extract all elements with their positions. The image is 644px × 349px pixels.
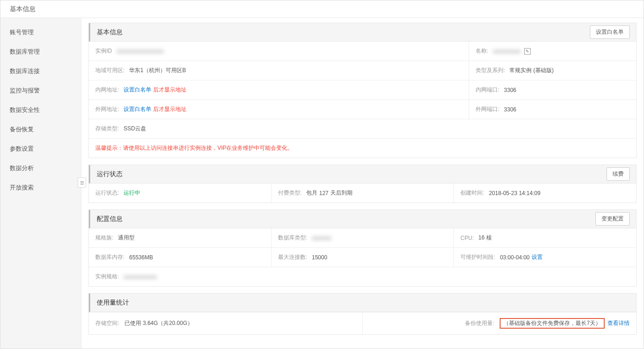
status-label: 运行状态: xyxy=(95,189,119,197)
created-value: 2018-05-23 14:14:09 xyxy=(489,190,540,196)
page-header: 基本信息 xyxy=(0,0,644,18)
region-value: 华东1（杭州）可用区B xyxy=(129,67,186,74)
billing-days: 127 xyxy=(319,190,328,196)
status-value: 运行中 xyxy=(124,189,140,197)
panel-config: 配置信息 变更配置 规格族: 通用型 数据库类型: xxxxxxx CPU: 1… xyxy=(88,209,637,287)
db-type-label: 数据库类型: xyxy=(278,234,307,242)
sidebar-collapse-icon[interactable]: ☰ xyxy=(78,178,86,188)
extranet-port-label: 外网端口: xyxy=(476,105,499,113)
maint-link[interactable]: 设置 xyxy=(532,253,543,261)
intranet-addr-label: 内网地址: xyxy=(95,86,119,94)
sidebar: 账号管理 数据库管理 数据库连接 监控与报警 数据安全性 备份恢复 参数设置 数… xyxy=(0,18,81,349)
intranet-addr-after: 后才显示地址 xyxy=(153,86,186,94)
panel-basic-info: 基本信息 设置白名单 实例ID xxxxxxxxxxxxxxxxx 名称: xx… xyxy=(88,23,637,158)
change-config-button[interactable]: 变更配置 xyxy=(595,212,630,226)
extranet-addr-after: 后才显示地址 xyxy=(153,105,186,113)
maxconn-value: 15000 xyxy=(312,254,327,261)
edit-name-icon[interactable]: ✎ xyxy=(524,48,531,55)
panel-usage: 使用量统计 存储空间: 已使用 3.64G（共20.00G） 备份使用量: （基… xyxy=(88,293,637,335)
usage-storage-label: 存储空间: xyxy=(95,319,119,327)
billing-label: 付费类型: xyxy=(278,189,302,197)
billing-after: 天后到期 xyxy=(330,189,353,197)
family-value: 通用型 xyxy=(118,234,135,242)
sidebar-item-params[interactable]: 参数设置 xyxy=(0,139,81,159)
sidebar-item-account[interactable]: 账号管理 xyxy=(0,23,81,42)
sidebar-item-connection[interactable]: 数据库连接 xyxy=(0,61,81,81)
type-value: 常规实例 (基础版) xyxy=(509,67,553,74)
page-title: 基本信息 xyxy=(10,5,36,13)
cpu-value: 16 核 xyxy=(478,234,492,242)
sidebar-item-database[interactable]: 数据库管理 xyxy=(0,42,81,61)
usage-backup-link[interactable]: 查看详情 xyxy=(607,319,630,327)
sidebar-item-analysis[interactable]: 数据分析 xyxy=(0,159,81,178)
status-title: 运行状态 xyxy=(97,170,123,178)
sidebar-item-opensearch[interactable]: 开放搜索 xyxy=(0,178,81,197)
instance-id-value: xxxxxxxxxxxxxxxxx xyxy=(117,48,164,55)
intranet-port-value: 3306 xyxy=(504,87,516,93)
maxconn-label: 最大连接数: xyxy=(278,253,307,261)
whitelist-button[interactable]: 设置白名单 xyxy=(590,25,630,39)
storage-type-label: 存储类型: xyxy=(95,125,119,133)
created-label: 创建时间: xyxy=(460,189,484,197)
basic-info-title: 基本信息 xyxy=(97,28,123,37)
panel-status: 运行状态 续费 运行状态: 运行中 付费类型: 包月 127 天后到期 xyxy=(88,165,637,203)
extranet-whitelist-link[interactable]: 设置白名单 xyxy=(124,105,151,113)
name-value: xxxxxxxxxx xyxy=(493,48,520,55)
sidebar-item-monitor[interactable]: 监控与报警 xyxy=(0,81,81,100)
spec-label: 实例规格: xyxy=(95,273,119,281)
billing-type: 包月 xyxy=(306,189,317,197)
type-label: 类型及系列: xyxy=(476,67,505,74)
db-type-value: xxxxxxx xyxy=(312,235,331,241)
intranet-whitelist-link[interactable]: 设置白名单 xyxy=(124,86,151,94)
main-content: 基本信息 设置白名单 实例ID xxxxxxxxxxxxxxxxx 名称: xx… xyxy=(81,18,644,349)
storage-type-value: SSD云盘 xyxy=(124,125,146,133)
maint-label: 可维护时间段: xyxy=(460,253,495,261)
instance-id-label: 实例ID xyxy=(95,47,112,55)
usage-backup-note: （基础版备份文件免费保存，最长7天） xyxy=(500,318,605,329)
usage-storage-value: 已使用 3.64G（共20.00G） xyxy=(124,319,192,327)
sidebar-item-backup[interactable]: 备份恢复 xyxy=(0,120,81,139)
config-title: 配置信息 xyxy=(97,215,123,223)
sidebar-item-security[interactable]: 数据安全性 xyxy=(0,100,81,120)
vip-tip: 温馨提示：请使用以上访问连接串进行实例连接，VIP在业务维护中可能会变化。 xyxy=(89,139,636,158)
maint-value: 03:00-04:00 xyxy=(500,254,530,261)
usage-title: 使用量统计 xyxy=(97,299,129,307)
renew-button[interactable]: 续费 xyxy=(607,167,630,181)
region-label: 地域可用区: xyxy=(95,67,124,74)
family-label: 规格族: xyxy=(95,234,113,242)
mem-label: 数据库内存: xyxy=(95,253,124,261)
extranet-port-value: 3306 xyxy=(504,106,516,113)
mem-value: 65536MB xyxy=(129,254,153,261)
spec-value: xxxxxxxxxxxx xyxy=(124,274,157,280)
name-label: 名称: xyxy=(476,47,488,55)
usage-backup-label: 备份使用量: xyxy=(465,319,494,327)
cpu-label: CPU: xyxy=(460,235,474,241)
extranet-addr-label: 外网地址: xyxy=(95,105,119,113)
intranet-port-label: 内网端口: xyxy=(476,86,499,94)
